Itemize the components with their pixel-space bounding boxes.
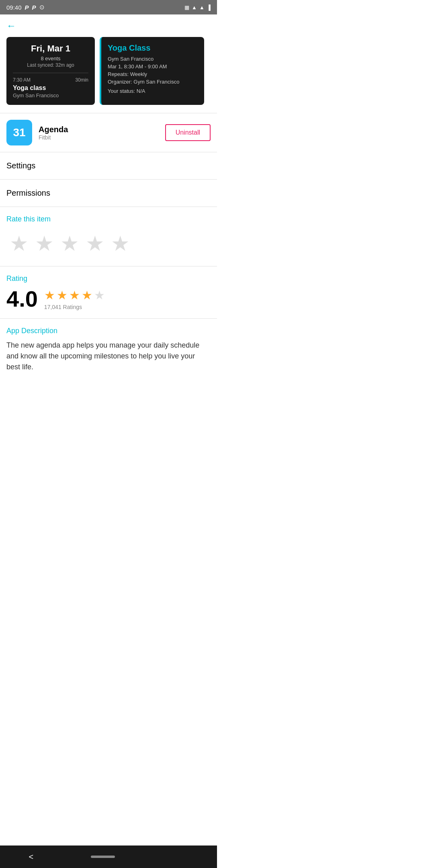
- preview-card-right: Yoga Class Gym San Francisco Mar 1, 8:30…: [100, 37, 204, 105]
- description-section: App Description The new agenda app helps…: [0, 318, 217, 381]
- wifi-icon: ▲: [192, 4, 197, 10]
- app-info-section: 31 Agenda Fitbit Uninstall: [0, 113, 217, 152]
- card-divider: [13, 73, 88, 73]
- app-developer: Fitbit: [39, 134, 159, 141]
- card-sync: Last synced: 32m ago: [13, 62, 88, 68]
- status-bar: 09:40 P P ⊙ ▦ ▲ ▲ ▐: [0, 0, 217, 14]
- rating-label: Rating: [6, 274, 211, 283]
- yoga-datetime: Mar 1, 8:30 AM - 9:00 AM: [108, 63, 198, 70]
- description-text: The new agenda app helps you manage your…: [6, 340, 211, 373]
- card-event-row: 7:30 AM 30min: [13, 77, 88, 83]
- rating-row: 4.0 ★ ★ ★ ★ ★ 17,041 Ratings: [6, 288, 211, 310]
- status-icon-p2: P: [32, 4, 36, 11]
- permissions-menu-item[interactable]: Permissions: [0, 179, 217, 207]
- battery-icon: ▐: [207, 4, 211, 10]
- status-time: 09:40: [6, 4, 22, 11]
- status-icon-circle: ⊙: [39, 4, 45, 11]
- card-event-time: 7:30 AM: [13, 77, 31, 83]
- rating-score: 4.0: [6, 288, 38, 310]
- rating-star-1: ★: [44, 288, 55, 302]
- card-event-location: Gym San Francisco: [13, 92, 88, 98]
- rate-stars-row: ★ ★ ★ ★ ★: [6, 230, 211, 262]
- signal-icon: ▲: [199, 4, 205, 10]
- rating-count: 17,041 Ratings: [44, 304, 105, 310]
- card-event-duration: 30min: [75, 77, 88, 83]
- top-nav: ←: [0, 14, 217, 37]
- rating-star-2: ★: [57, 288, 68, 302]
- yoga-status: Your status: N/A: [108, 88, 198, 94]
- yoga-class-title: Yoga Class: [108, 43, 198, 53]
- rating-stars: ★ ★ ★ ★ ★: [44, 288, 105, 302]
- rating-section: Rating 4.0 ★ ★ ★ ★ ★ 17,041 Ratings: [0, 266, 217, 318]
- status-icon-p1: P: [25, 4, 29, 11]
- vibrate-icon: ▦: [184, 4, 189, 10]
- app-icon-number: 31: [13, 126, 25, 139]
- status-right: ▦ ▲ ▲ ▐: [184, 4, 211, 10]
- rating-star-4: ★: [82, 288, 92, 302]
- rate-title: Rate this item: [6, 215, 211, 223]
- app-name: Agenda: [39, 125, 159, 134]
- card-date: Fri, Mar 1: [13, 43, 88, 54]
- back-button[interactable]: ←: [6, 20, 16, 31]
- rate-star-4[interactable]: ★: [86, 233, 104, 254]
- preview-section: Fri, Mar 1 8 events Last synced: 32m ago…: [0, 37, 217, 113]
- rating-star-3: ★: [69, 288, 80, 302]
- preview-card-left: Fri, Mar 1 8 events Last synced: 32m ago…: [6, 37, 95, 105]
- yoga-location: Gym San Francisco: [108, 56, 198, 62]
- description-title: App Description: [6, 327, 211, 335]
- card-events: 8 events: [13, 55, 88, 61]
- status-left: 09:40 P P ⊙: [6, 4, 45, 11]
- rating-stars-col: ★ ★ ★ ★ ★ 17,041 Ratings: [44, 288, 105, 310]
- rate-star-1[interactable]: ★: [10, 233, 29, 254]
- app-icon: 31: [6, 120, 32, 145]
- app-name-section: Agenda Fitbit: [39, 125, 159, 141]
- rate-star-2[interactable]: ★: [35, 233, 54, 254]
- rate-section: Rate this item ★ ★ ★ ★ ★: [0, 207, 217, 266]
- yoga-organizer: Organizer: Gym San Francisco: [108, 79, 198, 85]
- card-event-title: Yoga class: [13, 84, 88, 92]
- rating-star-5: ★: [94, 288, 105, 302]
- settings-menu-item[interactable]: Settings: [0, 152, 217, 179]
- uninstall-button[interactable]: Uninstall: [165, 124, 211, 141]
- rate-star-5[interactable]: ★: [111, 233, 130, 254]
- yoga-repeats: Repeats: Weekly: [108, 71, 198, 77]
- rate-star-3[interactable]: ★: [60, 233, 79, 254]
